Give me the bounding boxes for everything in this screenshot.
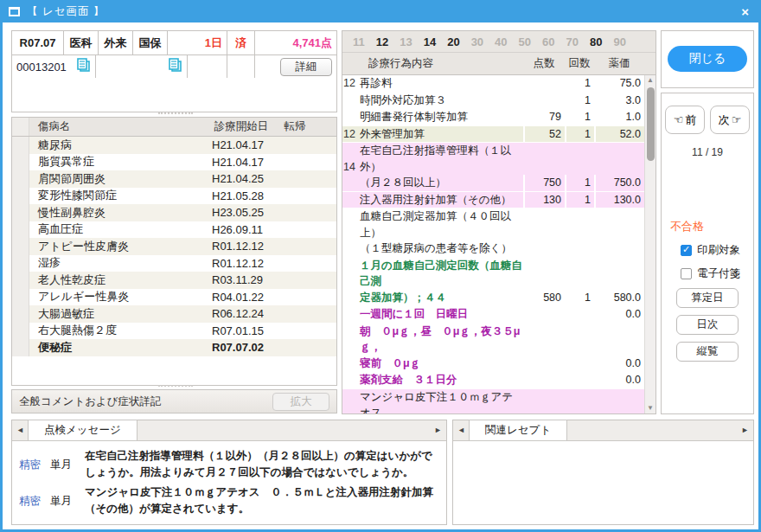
section-number: [342, 192, 356, 208]
close-icon[interactable]: ×: [738, 4, 752, 19]
hand-left-icon: ☜: [674, 113, 684, 126]
start-date: H21.04.17: [207, 156, 276, 169]
points-value: 580: [523, 290, 565, 306]
tab-scroll-right-icon[interactable]: ►: [434, 426, 442, 434]
start-date: R01.12.12: [207, 240, 276, 253]
disease-name: アトピー性皮膚炎: [29, 239, 207, 254]
disease-row[interactable]: 便秘症 R07.07.02: [12, 339, 336, 356]
splitter-grip[interactable]: [158, 112, 193, 114]
disease-row[interactable]: アレルギー性鼻炎 R04.01.22: [12, 289, 336, 306]
treatment-row[interactable]: 14 在宅自己注射指導管理料（１以外） （月２８回以上） 750 1 750.0: [342, 143, 655, 192]
treatment-row[interactable]: 12 外来管理加算 52 1 52.0: [342, 126, 655, 144]
count-value: 1: [565, 75, 594, 92]
right-buttons: 算定日 日次 縦覧: [662, 288, 753, 362]
side-action-button[interactable]: 算定日: [676, 288, 739, 308]
scrollbar[interactable]: ▲ ▼: [644, 75, 655, 413]
patient-number-cell: 00013201: [12, 55, 96, 78]
patient-number: 00013201: [16, 61, 67, 74]
count-value: 1: [565, 109, 594, 125]
document-stack-icon[interactable]: [168, 58, 182, 75]
side-action-button[interactable]: 日次: [676, 315, 739, 335]
disease-name-header: 傷病名: [29, 119, 207, 134]
disease-row[interactable]: 慢性副鼻腔炎 H23.05.25: [12, 204, 336, 221]
disease-row[interactable]: アトピー性皮膚炎 R01.12.12: [12, 238, 336, 255]
check-options: 印刷対象 電子付箋: [662, 243, 753, 281]
section-tab[interactable]: 80: [590, 35, 602, 48]
checkbox[interactable]: [681, 268, 692, 279]
row-gutter: [12, 154, 29, 171]
close-button[interactable]: 閉じる: [668, 46, 747, 72]
treatment-row[interactable]: 朝 ０μｇ，昼 ０μｇ，夜３５μｇ， 寝前 ０μｇ 0.0: [342, 324, 655, 373]
dialog-content: R07.07 医科 外来 国保 1日 済 4,741点 00013201: [3, 22, 758, 529]
tab-scroll-left-icon[interactable]: ◄: [16, 426, 24, 434]
tab-scroll-left-icon[interactable]: ◄: [457, 426, 465, 434]
disease-row[interactable]: 老人性乾皮症 R03.11.29: [12, 272, 336, 289]
checkbox-row[interactable]: 電子付箋: [681, 266, 753, 281]
message-row[interactable]: 精密 単月 マンジャロ皮下注１０ｍｇアテオス ０．５ｍＬと注入器用注射針加算（そ…: [19, 484, 438, 517]
disease-name: 変形性膝関節症: [29, 188, 207, 203]
disease-row[interactable]: 湿疹 R01.12.12: [12, 255, 336, 272]
treatment-row[interactable]: 時間外対応加算３ 1 3.0: [342, 93, 655, 110]
start-date: R01.12.12: [207, 257, 276, 270]
tab-check-message[interactable]: 点検メッセージ: [28, 420, 137, 440]
treatment-row[interactable]: 血糖自己測定器加算（４０回以上） （１型糖尿病の患者等を除く）: [342, 208, 655, 258]
disease-row[interactable]: 高血圧症 H26.09.11: [12, 221, 336, 239]
treatment-text: 時間外対応加算３: [356, 93, 523, 109]
checkbox[interactable]: [681, 245, 692, 256]
hand-right-icon: ☞: [732, 113, 742, 126]
section-tab[interactable]: 40: [495, 35, 507, 48]
tab-scroll-right-icon[interactable]: ►: [741, 426, 749, 434]
side-action-button[interactable]: 縦覧: [676, 342, 739, 362]
count-value: 1: [565, 192, 594, 208]
detail-button[interactable]: 詳細: [280, 58, 332, 76]
scroll-down-icon[interactable]: ▼: [647, 403, 654, 413]
price-value: 0.0: [594, 306, 644, 323]
treatment-row[interactable]: 薬剤支給 ３１日分 0.0: [342, 372, 655, 389]
points-value: 52: [523, 126, 565, 143]
section-tab[interactable]: 50: [519, 35, 531, 48]
checkbox-row[interactable]: 印刷対象: [681, 243, 753, 258]
next-label: 次: [719, 112, 730, 128]
scroll-up-icon[interactable]: ▲: [647, 75, 654, 86]
section-tab[interactable]: 14: [424, 35, 436, 48]
header-gutter: [12, 118, 29, 136]
disease-row[interactable]: 糖尿病 H21.04.17: [12, 137, 336, 154]
treatment-row[interactable]: 一週間に１回 日曜日 0.0: [342, 306, 655, 324]
section-tab[interactable]: 90: [613, 35, 625, 48]
disease-row[interactable]: 肩関節周囲炎 H21.04.25: [12, 170, 336, 188]
treatment-row[interactable]: 明細書発行体制等加算 79 1 1.0: [342, 109, 655, 126]
section-tab[interactable]: 11: [353, 35, 365, 48]
treatment-row[interactable]: 12 再診料 1 75.0: [342, 75, 655, 93]
disease-row[interactable]: 変形性膝関節症 H21.05.28: [12, 188, 336, 205]
prev-button[interactable]: ☜前: [665, 106, 705, 134]
expand-button[interactable]: 拡大: [272, 393, 329, 411]
treatment-row[interactable]: １月の血糖自己測定回数（血糖自己測 定器加算）；４４ 580 1 580.0: [342, 258, 655, 307]
section-number: [342, 306, 356, 323]
message-frequency: 単月: [50, 494, 85, 509]
document-stack-icon[interactable]: [76, 58, 91, 75]
treatment-row[interactable]: 注入器用注射針加算（その他） 130 1 130.0: [342, 192, 655, 209]
row-gutter: [12, 204, 29, 221]
disease-row[interactable]: 大腸過敏症 R06.12.24: [12, 305, 336, 323]
treatment-row[interactable]: マンジャロ皮下注１０ｍｇアテオス ０．５ｍＬ ４キット 3,078 1 7,69…: [342, 389, 655, 414]
section-tab[interactable]: 20: [447, 35, 459, 48]
splitter-grip[interactable]: [158, 385, 193, 387]
prev-label: 前: [685, 112, 696, 128]
tab-related-receipt[interactable]: 関連レセプト: [469, 420, 567, 440]
start-date: R06.12.24: [207, 307, 276, 320]
start-date: R03.11.29: [207, 273, 276, 286]
disease-row[interactable]: 脂質異常症 H21.04.17: [12, 154, 336, 171]
section-tab[interactable]: 30: [471, 35, 483, 48]
section-tab[interactable]: 12: [376, 35, 388, 48]
section-tab[interactable]: 70: [566, 35, 579, 48]
section-tab[interactable]: 13: [400, 35, 412, 48]
disease-row[interactable]: 右大腿熱傷２度 R07.01.15: [12, 323, 336, 340]
next-button[interactable]: 次☞: [710, 106, 750, 134]
message-row[interactable]: 精密 単月 在宅自己注射指導管理料（１以外）（月２８回以上）の算定はいかがでしょ…: [19, 448, 438, 481]
disease-name: 右大腿熱傷２度: [29, 323, 207, 338]
section-tab[interactable]: 60: [542, 35, 554, 48]
points-value: 130: [523, 192, 565, 208]
scrollbar-thumb[interactable]: [647, 87, 655, 161]
row-gutter: [12, 289, 29, 306]
start-date: H26.09.11: [207, 223, 276, 236]
